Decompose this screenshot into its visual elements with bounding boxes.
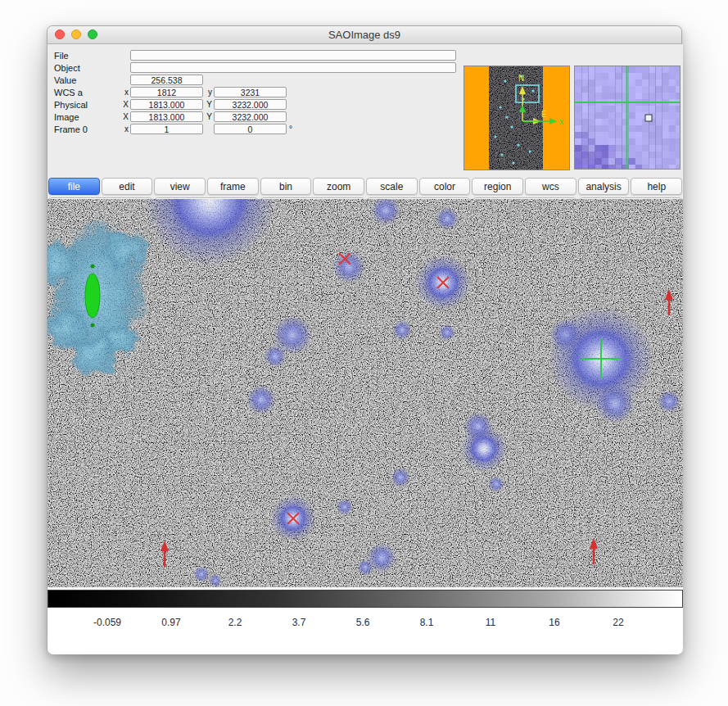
menu-wcs[interactable]: wcs	[525, 178, 577, 195]
info-field-wcs[interactable]: 3231	[214, 87, 287, 97]
info-row-wcs: WCS ax1812y3231	[54, 86, 456, 98]
info-row-image: ImageX1813.000Y3232.000	[54, 111, 456, 123]
info-field-value[interactable]: 256.538	[130, 75, 203, 85]
info-label-file: File	[54, 51, 120, 61]
axis-label: x	[120, 88, 130, 97]
panner-source-dot	[505, 115, 508, 118]
maximize-button[interactable]	[88, 29, 97, 39]
control-panel: FileObjectValue256.538WCS ax1812y3231Phy…	[47, 44, 683, 199]
info-field-object[interactable]	[130, 62, 456, 73]
image-canvas[interactable]	[47, 199, 683, 587]
panner-source-dot	[512, 161, 514, 164]
colorbar-tick: 5.6	[356, 617, 370, 628]
menu-analysis[interactable]: analysis	[578, 178, 630, 195]
info-label-value: Value	[54, 75, 120, 85]
info-row-file: File	[54, 49, 456, 61]
compass-north-label: N	[518, 74, 524, 83]
window-title: SAOImage ds9	[328, 29, 400, 41]
colorbar-tick: 3.7	[292, 617, 306, 628]
info-label-physical: Physical	[54, 100, 120, 110]
info-field-image[interactable]: 1813.000	[130, 111, 203, 122]
panner-source-dot	[517, 143, 519, 146]
colorbar-tick: 0.97	[161, 617, 180, 628]
axis-label: Y	[203, 100, 214, 109]
panner-view[interactable]: N E x	[464, 66, 570, 170]
colorbar-tick: -0.059	[93, 617, 121, 628]
info-field-wcs[interactable]: 1812	[130, 87, 203, 97]
noise-overlay	[47, 199, 683, 587]
panner-source-dot	[494, 135, 496, 138]
info-field-file[interactable]	[130, 50, 456, 61]
magnifier-view	[575, 66, 681, 170]
colorbar-tick: 8.1	[420, 617, 434, 628]
info-field-physical[interactable]: 3232.000	[214, 99, 287, 110]
titlebar[interactable]: SAOImage ds9	[47, 26, 681, 44]
info-field-physical[interactable]: 1813.000	[130, 99, 203, 110]
astronomy-image[interactable]	[47, 199, 683, 587]
ellipse-region[interactable]	[85, 274, 100, 318]
colorbar-tick: 16	[549, 617, 559, 628]
menu-edit[interactable]: edit	[102, 178, 153, 195]
info-label-image: Image	[54, 112, 120, 122]
info-label-frame: Frame 0	[54, 124, 120, 134]
degree-symbol: °	[287, 124, 292, 134]
compass-east-label: E	[541, 110, 547, 119]
magnifier-cursor-box	[645, 115, 652, 121]
info-row-physical: PhysicalX1813.000Y3232.000	[54, 98, 456, 111]
info-row-value: Value256.538	[54, 74, 456, 86]
panner[interactable]: N E x	[463, 66, 570, 170]
axis-label: y	[203, 88, 214, 97]
region-handle[interactable]	[91, 324, 95, 328]
menu-zoom[interactable]: zoom	[313, 178, 364, 195]
panner-source-dot	[528, 150, 531, 152]
info-field-frame[interactable]: 1	[130, 124, 203, 134]
panner-strip-shade	[489, 66, 543, 170]
menubar: fileeditviewframebinzoomscalecolorregion…	[48, 178, 682, 195]
info-row-frame: Frame 0x10°	[54, 123, 456, 135]
panner-source-dot	[500, 153, 503, 156]
menu-region[interactable]: region	[472, 178, 523, 195]
axis-label: X	[120, 100, 130, 109]
menu-bin[interactable]: bin	[260, 178, 312, 195]
panner-source-dot	[531, 89, 534, 92]
info-label-wcs: WCS a	[54, 88, 120, 97]
ds9-window: SAOImage ds9 FileObjectValue256.538WCS a…	[47, 25, 682, 654]
panner-source-dot	[510, 125, 513, 128]
info-panel: FileObjectValue256.538WCS ax1812y3231Phy…	[54, 49, 456, 135]
menu-frame[interactable]: frame	[207, 178, 259, 195]
region-handle[interactable]	[91, 265, 95, 269]
colorbar-tick: 11	[486, 617, 495, 628]
colorbar-tick: 22	[613, 617, 623, 628]
axis-label: x	[120, 124, 130, 134]
info-field-frame[interactable]: 0	[214, 124, 287, 134]
axis-label: X	[120, 112, 130, 121]
menu-view[interactable]: view	[154, 178, 206, 195]
compass-x-label: x	[559, 117, 563, 126]
axis-label: Y	[203, 112, 214, 121]
colorbar-ticks: -0.0590.972.23.75.68.1111622	[47, 587, 683, 654]
magnifier	[574, 66, 681, 170]
colorbar-tick: 2.2	[228, 617, 242, 628]
info-field-image[interactable]: 3232.000	[214, 111, 287, 122]
close-button[interactable]	[55, 29, 65, 39]
panner-source-dot	[504, 79, 506, 82]
menu-scale[interactable]: scale	[366, 178, 418, 195]
minimize-button[interactable]	[71, 29, 81, 39]
info-row-object: Object	[54, 61, 456, 74]
menu-color[interactable]: color	[419, 178, 471, 195]
menu-file[interactable]: file	[48, 178, 100, 195]
menu-help[interactable]: help	[631, 178, 682, 195]
traffic-lights	[55, 29, 97, 39]
colorbar-panel: -0.0590.972.23.75.68.1111622	[47, 587, 683, 654]
info-label-object: Object	[54, 63, 120, 73]
panner-source-dot	[499, 106, 501, 108]
